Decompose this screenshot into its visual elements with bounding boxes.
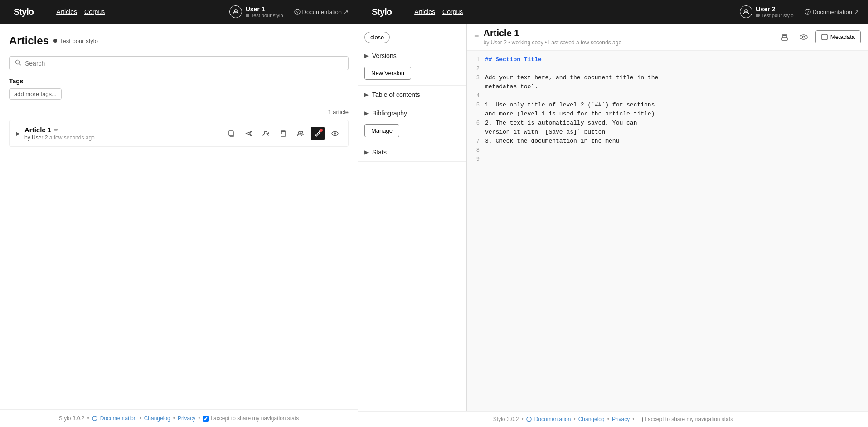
search-input[interactable]	[25, 60, 343, 67]
left-footer-changelog[interactable]: Changelog	[144, 415, 170, 422]
expand-icon[interactable]: ▶	[16, 130, 20, 137]
article-title-area: Article 1 ✏ by User 2 a few seconds ago	[24, 126, 220, 141]
svg-text:?: ?	[296, 10, 298, 14]
versions-content: New Version	[358, 65, 466, 85]
right-version: Stylo 3.0.2	[493, 416, 519, 422]
search-icon	[15, 59, 21, 67]
preview-button[interactable]	[328, 127, 342, 140]
right-user-sub: Test pour stylo	[756, 13, 794, 18]
close-button[interactable]: close	[364, 32, 390, 43]
copy-button[interactable]	[225, 127, 238, 140]
sidebar-bibliography-header[interactable]: ▶ Bibliography	[358, 104, 466, 122]
svg-rect-11	[281, 131, 285, 132]
right-user-section: User 2 Test pour stylo	[740, 5, 794, 18]
editor-area: close ▶ Versions New Version ▶ Table of …	[358, 24, 868, 411]
code-line-1: 1 ## Section Title	[467, 55, 868, 64]
right-nav-corpus[interactable]: Corpus	[442, 8, 463, 15]
sidebar-versions-header[interactable]: ▶ Versions	[358, 47, 466, 65]
svg-rect-6	[229, 131, 233, 135]
header-preview-button[interactable]	[796, 30, 811, 44]
code-line-6b: version it with `[Save as]` button	[467, 128, 868, 137]
svg-point-25	[527, 417, 531, 422]
corpus-badge: Test pour stylo	[53, 38, 98, 44]
right-user-name: User 2	[756, 5, 794, 13]
left-user-section: User 1 Test pour stylo	[229, 5, 283, 18]
code-line-5b: and more (level 1 is used for the articl…	[467, 110, 868, 119]
sidebar-section-bibliography: ▶ Bibliography Manage	[358, 104, 466, 143]
edit-btn-wrapper	[311, 127, 325, 140]
right-nav-links: Articles Corpus	[414, 8, 463, 15]
right-doc-link[interactable]: ? Documentation ↗	[805, 9, 859, 15]
code-editor[interactable]: 1 ## Section Title 2 3 Add your text her…	[467, 51, 868, 411]
hamburger-icon: ≡	[474, 32, 479, 42]
right-nav-articles[interactable]: Articles	[414, 8, 435, 15]
right-footer-documentation[interactable]: Documentation	[534, 416, 571, 422]
tags-label: Tags	[9, 77, 349, 85]
print-button[interactable]	[276, 127, 290, 140]
left-user-name: User 1	[246, 5, 283, 13]
article-header-left: ≡ Article 1 by User 2 • working copy • L…	[474, 28, 621, 46]
bibliography-content: Manage	[358, 122, 466, 143]
stats-label: Stats	[372, 149, 387, 156]
sidebar-section-versions: ▶ Versions New Version	[358, 47, 466, 86]
left-footer: Stylo 3.0.2 • Documentation • Changelog …	[0, 409, 358, 427]
code-line-3: 3 Add your text here, and the document t…	[467, 73, 868, 82]
users-button[interactable]	[294, 127, 307, 140]
left-footer-privacy[interactable]: Privacy	[178, 415, 195, 422]
right-footer-changelog[interactable]: Changelog	[578, 416, 605, 422]
add-user-button[interactable]	[259, 127, 273, 140]
right-user-info: User 2 Test pour stylo	[756, 5, 794, 18]
article-inline-edit-icon[interactable]: ✏	[54, 127, 58, 133]
svg-point-12	[299, 131, 301, 134]
code-line-8: 8	[467, 146, 868, 155]
code-line-6: 6 2. The text is automatically saved. Yo…	[467, 119, 868, 128]
left-stats-label: I accept to share my navigation stats	[210, 415, 299, 422]
code-line-3b: metadatas tool.	[467, 82, 868, 91]
article-actions	[225, 127, 342, 140]
send-button[interactable]	[242, 127, 256, 140]
article-header-meta: by User 2 • working copy • Last saved a …	[484, 39, 622, 46]
svg-line-4	[19, 64, 21, 66]
right-stats-checkbox[interactable]	[637, 417, 643, 422]
code-line-9: 9	[467, 155, 868, 164]
header-print-button[interactable]	[777, 30, 792, 44]
svg-point-23	[802, 36, 805, 38]
left-nav-articles[interactable]: Articles	[56, 8, 77, 15]
code-line-5: 5 1. Use only title of level 2 (`##`) fo…	[467, 101, 868, 110]
add-tags-button[interactable]: add more tags...	[9, 88, 62, 100]
svg-point-16	[92, 416, 97, 421]
left-version: Stylo 3.0.2	[59, 415, 85, 422]
left-panel: _Stylo_ Articles Corpus User 1 Test pour…	[0, 0, 358, 427]
right-panel: _Stylo_ Articles Corpus User 2 Test pour…	[358, 0, 868, 427]
bibliography-chevron: ▶	[364, 110, 369, 116]
right-footer-privacy[interactable]: Privacy	[612, 416, 630, 422]
code-line-7: 7 3. Check the documentation in the menu	[467, 137, 868, 146]
stats-chevron: ▶	[364, 149, 369, 155]
article-header: ≡ Article 1 by User 2 • working copy • L…	[467, 24, 868, 51]
left-logo: _Stylo_	[9, 7, 38, 17]
metadata-button[interactable]: Metadata	[815, 30, 861, 43]
search-bar	[9, 56, 349, 70]
toc-label: Table of contents	[372, 91, 420, 98]
sidebar-toc-header[interactable]: ▶ Table of contents	[358, 86, 466, 104]
left-footer-documentation[interactable]: Documentation	[100, 415, 137, 422]
page-title: Articles	[9, 34, 49, 47]
svg-rect-10	[281, 134, 286, 136]
new-version-button[interactable]: New Version	[364, 67, 411, 80]
article-header-title: Article 1	[484, 28, 622, 38]
manage-button[interactable]: Manage	[364, 124, 399, 137]
page-heading: Articles Test pour stylo	[9, 34, 349, 47]
right-stats-label: I accept to share my navigation stats	[645, 416, 733, 422]
svg-point-3	[16, 60, 20, 64]
sidebar-stats-header[interactable]: ▶ Stats	[358, 143, 466, 161]
left-user-sub: Test pour stylo	[246, 13, 283, 18]
tags-section: Tags add more tags...	[9, 77, 349, 100]
left-stats-checkbox[interactable]	[203, 416, 209, 422]
edit-button[interactable]	[311, 127, 325, 140]
article-count: 1 article	[9, 109, 349, 115]
left-nav-links: Articles Corpus	[56, 8, 105, 15]
article-row: ▶ Article 1 ✏ by User 2 a few seconds ag…	[9, 120, 349, 147]
right-logo: _Stylo_	[367, 7, 396, 17]
left-doc-link[interactable]: ? Documentation ↗	[294, 9, 349, 15]
left-nav-corpus[interactable]: Corpus	[84, 8, 105, 15]
